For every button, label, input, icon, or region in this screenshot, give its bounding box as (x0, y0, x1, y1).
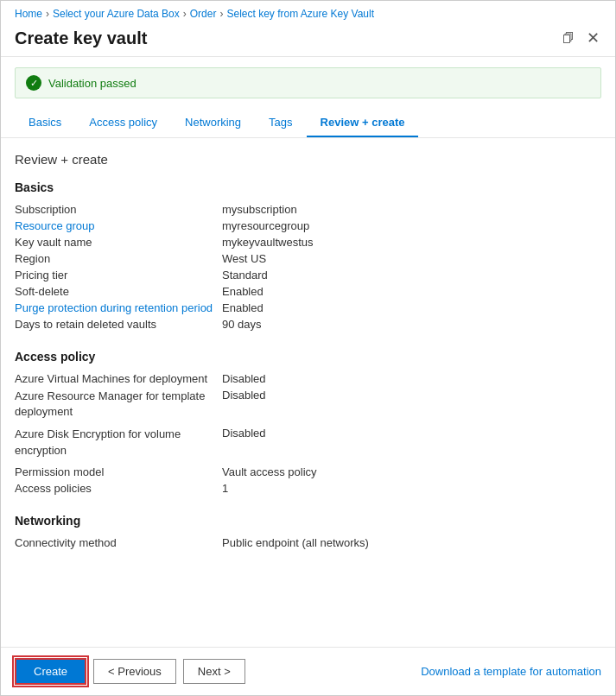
label-permission-model: Permission model (15, 465, 222, 478)
breadcrumb-select-data-box[interactable]: Select your Azure Data Box (53, 8, 180, 20)
row-pricing-tier: Pricing tier Standard (15, 267, 601, 283)
label-resource-group: Resource group (15, 219, 222, 232)
row-region: Region West US (15, 250, 601, 267)
row-purge-protection: Purge protection during retention period… (15, 300, 601, 316)
access-policy-header: Access policy (15, 350, 601, 364)
page-subtitle: Review + create (15, 152, 601, 167)
create-button[interactable]: Create (15, 658, 86, 685)
value-permission-model: Vault access policy (222, 465, 317, 478)
value-azure-disk: Disabled (222, 427, 266, 458)
tab-review-create[interactable]: Review + create (307, 109, 419, 137)
row-subscription: Subscription mysubscription (15, 201, 601, 218)
networking-section: Networking Connectivity method Public en… (15, 514, 601, 551)
access-policy-section: Access policy Azure Virtual Machines for… (15, 350, 601, 497)
label-azure-vm: Azure Virtual Machines for deployment (15, 372, 222, 385)
value-days-retain: 90 days (222, 318, 262, 331)
value-azure-vm: Disabled (222, 372, 266, 385)
breadcrumb: Home › Select your Azure Data Box › Orde… (1, 1, 615, 23)
row-azure-vm: Azure Virtual Machines for deployment Di… (15, 370, 601, 387)
value-connectivity: Public endpoint (all networks) (222, 536, 369, 549)
label-purge-protection: Purge protection during retention period (15, 301, 222, 314)
validation-icon: ✓ (26, 75, 41, 91)
breadcrumb-select-key[interactable]: Select key from Azure Key Vault (226, 8, 374, 20)
row-connectivity: Connectivity method Public endpoint (all… (15, 535, 601, 551)
basics-header: Basics (15, 180, 601, 194)
value-region: West US (222, 252, 266, 265)
value-subscription: mysubscription (222, 203, 297, 216)
row-soft-delete: Soft-delete Enabled (15, 283, 601, 300)
value-purge-protection: Enabled (222, 301, 264, 314)
next-button[interactable]: Next > (183, 659, 245, 684)
label-days-retain: Days to retain deleted vaults (15, 318, 222, 331)
page-title: Create key vault (15, 28, 556, 48)
value-access-policies: 1 (222, 482, 228, 495)
download-template-link[interactable]: Download a template for automation (421, 665, 601, 678)
label-connectivity: Connectivity method (15, 536, 222, 549)
close-button[interactable]: ✕ (585, 27, 601, 49)
label-azure-rm: Azure Resource Manager for templatedeplo… (15, 389, 222, 420)
main-content: Review + create Basics Subscription mysu… (1, 138, 615, 647)
label-subscription: Subscription (15, 203, 222, 216)
tab-tags[interactable]: Tags (255, 109, 306, 137)
content-area: ✓ Validation passed Basics Access policy… (1, 57, 615, 647)
label-soft-delete: Soft-delete (15, 285, 222, 298)
breadcrumb-order[interactable]: Order (190, 8, 217, 20)
label-region: Region (15, 252, 222, 265)
tab-access-policy[interactable]: Access policy (75, 109, 171, 137)
value-key-vault-name: mykeyvaultwestus (222, 236, 313, 249)
value-azure-rm: Disabled (222, 389, 266, 420)
row-days-retain: Days to retain deleted vaults 90 days (15, 316, 601, 332)
row-access-policies: Access policies 1 (15, 480, 601, 497)
previous-button[interactable]: < Previous (93, 659, 176, 684)
row-azure-rm: Azure Resource Manager for templatedeplo… (15, 387, 601, 421)
label-azure-disk: Azure Disk Encryption for volumeencrypti… (15, 427, 222, 458)
label-pricing-tier: Pricing tier (15, 269, 222, 282)
tab-basics[interactable]: Basics (15, 109, 75, 137)
copy-icon[interactable]: 🗍 (562, 31, 575, 45)
footer: Create < Previous Next > Download a temp… (1, 647, 615, 695)
validation-text: Validation passed (48, 77, 137, 90)
networking-header: Networking (15, 514, 601, 528)
row-permission-model: Permission model Vault access policy (15, 464, 601, 480)
breadcrumb-home[interactable]: Home (15, 8, 42, 20)
value-soft-delete: Enabled (222, 285, 264, 298)
row-resource-group: Resource group myresourcegroup (15, 218, 601, 234)
tab-networking[interactable]: Networking (171, 109, 255, 137)
label-key-vault-name: Key vault name (15, 236, 222, 249)
validation-banner: ✓ Validation passed (15, 67, 601, 98)
basics-section: Basics Subscription mysubscription Resou… (15, 180, 601, 332)
tabs: Basics Access policy Networking Tags Rev… (1, 109, 615, 138)
row-key-vault-name: Key vault name mykeyvaultwestus (15, 234, 601, 250)
value-resource-group: myresourcegroup (222, 219, 309, 232)
label-access-policies: Access policies (15, 482, 222, 495)
row-azure-disk: Azure Disk Encryption for volumeencrypti… (15, 425, 601, 459)
modal-header: Create key vault 🗍 ✕ (1, 23, 615, 57)
value-pricing-tier: Standard (222, 269, 268, 282)
